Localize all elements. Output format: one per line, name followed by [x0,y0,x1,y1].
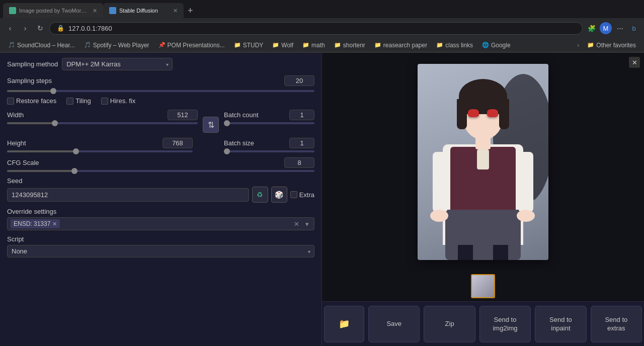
checkboxes-row: Restore faces Tiling Hires. fix [7,97,314,105]
send-to-img2img-button[interactable]: Send to img2img [479,306,531,342]
wolf-icon: 📁 [272,42,279,48]
restore-faces-item: Restore faces [7,97,56,105]
zip-button[interactable]: Zip [424,306,475,342]
width-section: Width [7,110,198,133]
new-tab-button[interactable]: + [184,6,197,16]
override-tag-label: ENSD: 31337 [14,220,50,227]
bookmark-label-wolf: Wolf [281,42,293,49]
char-hair-right [499,99,509,129]
bookmark-soundcloud[interactable]: 🎵 SoundCloud – Hear... [4,41,79,50]
bookmark-classlinks[interactable]: 📁 class links [432,41,477,50]
shortenr-icon: 📁 [334,42,341,48]
override-settings-input[interactable]: ENSD: 31337 ✕ ✕ ▾ [7,217,314,230]
width-input[interactable] [168,110,198,120]
back-button[interactable]: ‹ [4,22,16,34]
height-input[interactable] [163,138,193,148]
batch-size-slider[interactable] [224,150,314,152]
char-eye-right [487,109,498,117]
bing-button[interactable]: b [628,22,640,34]
bookmark-study[interactable]: 📁 STUDY [230,41,268,50]
script-select[interactable]: None [7,245,314,257]
swap-dimensions-button[interactable]: ⇅ [203,117,219,133]
other-favorites-icon: 📁 [587,42,594,48]
swap-button-wrapper: ⇅ [203,110,219,133]
batch-size-input[interactable] [289,138,314,148]
cfg-scale-input[interactable] [284,157,314,168]
override-actions: ✕ ▾ [292,220,311,228]
seed-section: Seed ♻ 🎲 Extra [7,177,314,203]
extensions-button[interactable]: 🧩 [586,22,598,34]
restore-faces-label: Restore faces [16,97,56,105]
sampling-method-select[interactable]: DPM++ 2M Karras Euler a DDIM [62,58,173,70]
seed-recycle-button[interactable]: ♻ [252,187,268,203]
tab-close-1[interactable]: ✕ [93,8,97,14]
bookmark-wolf[interactable]: 📁 Wolf [268,41,297,50]
bookmark-shortenr[interactable]: 📁 shortenr [330,41,369,50]
address-text: 127.0.0.1:7860 [68,25,112,32]
tiling-checkbox[interactable] [66,98,73,105]
tab-stable-diffusion[interactable]: Stable Diffusion ✕ [103,3,184,18]
forward-button[interactable]: › [19,22,31,34]
bookmark-label-soundcloud: SoundCloud – Hear... [17,42,75,49]
send-to-inpaint-button[interactable]: Send to inpaint [535,306,586,342]
batch-count-slider[interactable] [224,122,314,124]
dice-icon: 🎲 [275,191,283,199]
bookmarks-bar: 🎵 SoundCloud – Hear... 🎵 Spotify – Web P… [0,38,644,52]
tab-close-2[interactable]: ✕ [173,8,178,14]
override-settings-section: Override settings ENSD: 31337 ✕ ✕ ▾ [7,208,314,230]
hires-fix-checkbox[interactable] [101,98,108,105]
restore-faces-checkbox[interactable] [7,98,14,105]
sampling-steps-slider[interactable] [7,90,314,92]
seed-dice-button[interactable]: 🎲 [271,187,287,203]
cfg-scale-section: CFG Scale [7,157,314,172]
bookmark-label-research: reasearch paper [383,42,427,49]
tab-title-1: Image posted by TwoMoreTimes... [19,8,90,14]
tab-image[interactable]: Image posted by TwoMoreTimes... ✕ [3,3,103,18]
bookmark-google[interactable]: 🌐 Google [478,41,515,50]
sampling-steps-input[interactable]: 20 [284,75,314,86]
main-area: Sampling method DPM++ 2M Karras Euler a … [0,53,644,346]
send-to-extras-button[interactable]: Send to extras [591,306,642,342]
folder-button[interactable]: 📁 [324,306,364,342]
send-extras-label: Send to extras [605,316,627,333]
cfg-scale-slider[interactable] [7,170,314,172]
bookmark-label-other: Other favorites [596,42,636,49]
left-panel: Sampling method DPM++ 2M Karras Euler a … [0,53,322,346]
bookmark-label-spotify: Spotify – Web Player [93,42,149,49]
hires-fix-item: Hires. fix [101,97,136,105]
browser-chrome: Image posted by TwoMoreTimes... ✕ Stable… [0,0,644,53]
script-select-wrapper: None ▾ [7,245,314,257]
override-tag-close[interactable]: ✕ [52,221,57,227]
more-options-button[interactable]: ⋯ [614,22,626,34]
seed-input[interactable] [7,188,249,202]
hires-fix-label: Hires. fix [110,97,136,105]
dimensions-batch-row: Width ⇅ Batch count [7,110,314,133]
extra-checkbox[interactable] [290,191,297,198]
research-icon: 📁 [374,42,381,48]
height-slider[interactable] [7,150,193,152]
bookmarks-more-button[interactable]: › [574,41,582,50]
batch-count-input[interactable] [289,110,314,120]
bookmark-math[interactable]: 📁 math [298,41,329,50]
profile-button[interactable]: M [600,22,612,34]
override-clear-button[interactable]: ✕ [292,220,301,228]
close-image-button[interactable]: ✕ [629,57,640,68]
sampling-method-wrapper: DPM++ 2M Karras Euler a DDIM ▾ [62,58,173,70]
char-eye-left [468,109,479,117]
address-bar-row: ‹ › ↻ 🔒 127.0.0.1:7860 🧩 M ⋯ b [0,18,644,38]
tiling-label: Tiling [75,97,91,105]
override-dropdown-button[interactable]: ▾ [303,220,311,228]
bookmark-other[interactable]: 📁 Other favorites [583,41,640,50]
spotify-icon: 🎵 [84,42,91,48]
char-leg-right [493,245,508,260]
send-img2img-label: Send to img2img [493,316,517,333]
thumbnail-1[interactable] [471,274,495,298]
bookmark-spotify[interactable]: 🎵 Spotify – Web Player [80,41,153,50]
bookmark-research[interactable]: 📁 reasearch paper [370,41,431,50]
refresh-button[interactable]: ↻ [34,22,46,34]
address-bar[interactable]: 🔒 127.0.0.1:7860 [49,22,583,35]
save-button[interactable]: Save [368,306,420,342]
swap-spacer [198,138,219,152]
bookmark-pom[interactable]: 📌 POM Presentations... [154,41,229,50]
width-slider[interactable] [7,122,198,124]
